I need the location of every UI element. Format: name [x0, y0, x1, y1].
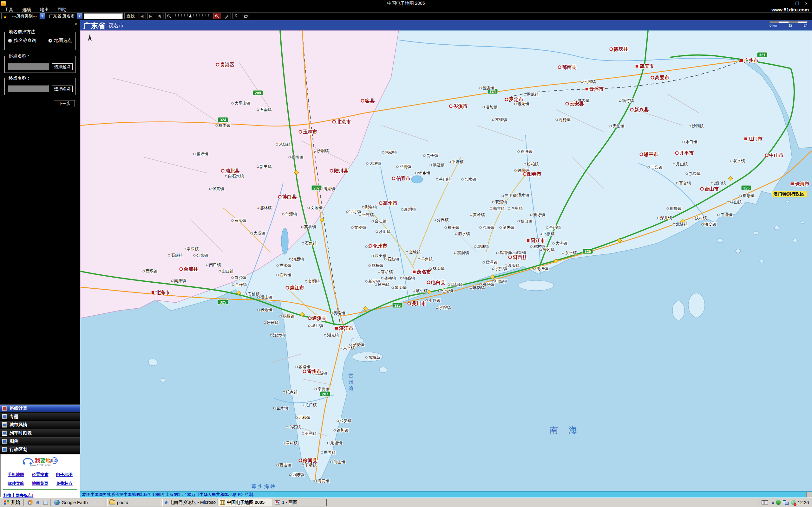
town-label: 儒洞镇 — [486, 260, 498, 265]
method-radio-1[interactable]: 地图选点 — [48, 38, 72, 43]
app-window: 中国电子地图 2005 – ❐ × 工具选项输出帮助 www.51ditu.co… — [0, 0, 812, 507]
town-marker — [251, 232, 252, 234]
menu-item-3[interactable]: 帮助 — [53, 7, 71, 12]
task-button-2[interactable]: e电白同乡论坛 - Microso... — [162, 499, 216, 506]
desktop-quicklaunch[interactable] — [42, 499, 49, 506]
choose-start-button[interactable]: 选择起点 — [52, 63, 72, 70]
map-canvas[interactable]: 325325325325207207324324321209石南镇大平山镇樟木镇… — [80, 31, 812, 491]
town-label: 林头镇 — [433, 267, 445, 271]
pushpin-tool-button[interactable] — [232, 13, 240, 19]
town-label: 石窝镇 — [235, 218, 247, 223]
logo-link-4[interactable]: 地图黄页 — [28, 481, 52, 487]
town-label: 湖光镇 — [327, 333, 339, 337]
logo-link-1[interactable]: 位置搜索 — [28, 472, 52, 477]
chevron-down-icon[interactable]: ▼ — [39, 13, 45, 19]
town-marker — [619, 100, 621, 102]
sea-label: 南海 — [550, 425, 588, 435]
end-name-input[interactable] — [8, 85, 49, 92]
city-label: 新兴县 — [634, 107, 649, 112]
town-marker — [276, 464, 278, 466]
city-label: 云浮市 — [589, 86, 604, 92]
measure-tool-button[interactable] — [223, 13, 231, 19]
folder-icon — [109, 500, 115, 504]
sidebar-item-0[interactable]: 路线计算 — [0, 404, 80, 412]
sidebar-item-1[interactable]: 专题 — [0, 412, 80, 421]
town-label: 赤坎镇 — [689, 171, 701, 176]
next-step-button[interactable]: 下一步 — [54, 100, 75, 107]
layers-tool-button[interactable] — [242, 13, 250, 19]
method-radio-0[interactable]: 按名称查询 — [8, 38, 36, 43]
town-label: 东平镇 — [565, 250, 577, 255]
island — [148, 359, 157, 366]
task-button-4[interactable]: 1 - 画图 — [273, 499, 327, 506]
island — [735, 249, 741, 253]
town-label: 石南镇 — [260, 107, 272, 112]
logo-link-0[interactable]: 手机地图 — [4, 472, 28, 477]
menu-item-1[interactable]: 选项 — [18, 7, 36, 12]
task-button-3[interactable]: 中国电子地图 2005 — [217, 499, 271, 506]
town-label: 大平山镇 — [235, 101, 251, 106]
town-marker — [302, 464, 304, 466]
zoom-in-button[interactable] — [213, 13, 221, 19]
town-marker — [184, 248, 186, 250]
sidebar-item-2[interactable]: 城市风情 — [0, 421, 80, 429]
town-label: 金塘镇 — [409, 250, 421, 255]
panel-close-button[interactable]: × — [74, 21, 77, 26]
menu-item-2[interactable]: 输出 — [36, 7, 53, 12]
back-button[interactable]: « — [1, 13, 8, 19]
town-label: 三甲镇 — [505, 193, 517, 198]
start-button[interactable]: 开始 — [1, 499, 23, 506]
sidebar-item-5[interactable]: 行政区划 — [0, 446, 80, 454]
close-button[interactable]: × — [805, 1, 808, 6]
town-label: 泗水镇 — [458, 232, 470, 236]
wmp-quicklaunch[interactable]: ▶ — [27, 499, 33, 506]
task-button-1[interactable]: photo — [107, 499, 161, 506]
chevron-down-icon[interactable]: ▼ — [77, 13, 82, 19]
brand-logo: 我要地图 — [1, 457, 80, 464]
zoom-slider-thumb[interactable] — [189, 15, 192, 17]
town-label: 石角镇 — [305, 241, 317, 245]
town-label: 公馆镇 — [196, 253, 208, 258]
town-marker — [273, 407, 275, 409]
menu-item-0[interactable]: 工具 — [0, 7, 18, 12]
city-marker — [505, 98, 508, 101]
pan-hand-button[interactable] — [156, 13, 164, 19]
town-marker — [206, 264, 208, 266]
town-label: 双滘镇 — [495, 200, 507, 205]
town-marker — [470, 214, 472, 216]
logo-link-5[interactable]: 免费标点 — [52, 481, 77, 487]
restore-button[interactable]: ❐ — [795, 1, 799, 6]
town-marker — [302, 433, 304, 435]
town-label: 榃滨镇 — [483, 86, 495, 90]
city-label: 化州市 — [373, 243, 387, 248]
category-dropdown[interactable]: ---所有类别--- ▼ — [10, 13, 45, 19]
nav-right-button[interactable]: ▶ — [147, 13, 154, 19]
zoom-slider[interactable] — [175, 14, 211, 18]
town-marker — [401, 209, 403, 210]
route-panel: × 地名选择方法 按名称查询地图选点 起点名称： 选择起点 终点名称： 选择终点… — [0, 20, 80, 498]
town-label: 寨圩镇 — [196, 152, 208, 156]
find-button[interactable]: 查找 — [124, 13, 137, 19]
zoom-out-button[interactable] — [165, 13, 173, 19]
task-button-0[interactable]: Google Earth — [52, 499, 106, 506]
start-name-input[interactable] — [8, 63, 49, 70]
town-label: 坡心镇 — [415, 289, 428, 293]
region-dropdown[interactable]: 广东省 茂名市 ▼ — [47, 13, 83, 19]
minimize-button[interactable]: – — [787, 1, 790, 6]
sidebar-item-label: 路线计算 — [9, 406, 27, 411]
logo-link-3[interactable]: 驾驶导航 — [4, 481, 28, 487]
sidebar-item-3[interactable]: 列车时刻表 — [0, 429, 80, 437]
city-label: 中山市 — [769, 153, 783, 158]
town-marker — [232, 284, 234, 285]
sidebar-item-4[interactable]: 图例 — [0, 437, 80, 446]
island — [786, 200, 790, 203]
city-marker — [392, 177, 395, 180]
nav-left-button[interactable]: ◀ — [139, 13, 146, 19]
choose-end-button[interactable]: 选择终点 — [52, 86, 72, 92]
ie-quicklaunch[interactable]: e — [35, 499, 41, 506]
town-marker — [283, 391, 285, 393]
town-label: 百合镇 — [679, 181, 691, 185]
search-input[interactable] — [84, 13, 123, 19]
logo-link-2[interactable]: 电子地图 — [52, 472, 77, 477]
tray-chevron-icon[interactable]: « — [771, 500, 774, 505]
